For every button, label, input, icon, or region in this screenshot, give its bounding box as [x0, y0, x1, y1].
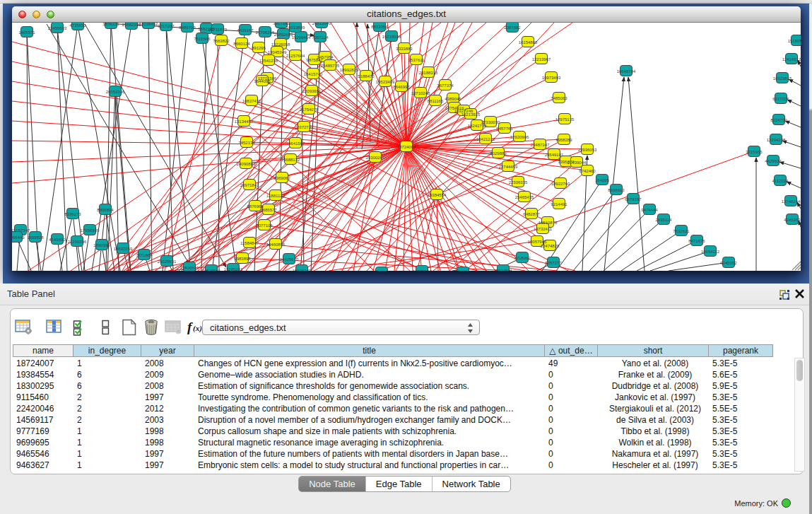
svg-text:1839221: 1839221 — [102, 23, 119, 26]
svg-text:7515546: 7515546 — [194, 37, 211, 41]
svg-text:10710248: 10710248 — [411, 91, 430, 95]
svg-text:21754078: 21754078 — [300, 107, 319, 112]
svg-text:8369062: 8369062 — [273, 176, 290, 180]
svg-text:13226058: 13226058 — [271, 42, 290, 47]
svg-text:3333883: 3333883 — [396, 47, 413, 51]
svg-text:4439167: 4439167 — [237, 28, 254, 33]
svg-text:23936053: 23936053 — [578, 148, 597, 152]
svg-text:22744459: 22744459 — [499, 165, 518, 169]
svg-text:6457765: 6457765 — [496, 127, 513, 131]
svg-text:4389045: 4389045 — [445, 97, 461, 101]
svg-text:19523409: 19523409 — [376, 80, 395, 84]
svg-text:9958289: 9958289 — [555, 138, 572, 142]
svg-text:20053346: 20053346 — [106, 90, 125, 94]
svg-text:13421212: 13421212 — [476, 137, 495, 141]
svg-text:18724007: 18724007 — [397, 145, 416, 149]
svg-text:7485063: 7485063 — [551, 96, 567, 100]
svg-text:15076749: 15076749 — [293, 269, 312, 271]
svg-text:4735650: 4735650 — [69, 23, 86, 28]
svg-text:19688132: 19688132 — [281, 158, 300, 162]
svg-text:24425670: 24425670 — [280, 257, 299, 262]
svg-text:23188315: 23188315 — [419, 71, 438, 75]
svg-text:22806503: 22806503 — [180, 266, 199, 270]
svg-text:15180586: 15180586 — [788, 39, 801, 43]
svg-text:9983893: 9983893 — [234, 257, 251, 261]
svg-text:4245263: 4245263 — [784, 218, 801, 222]
svg-text:24641507: 24641507 — [286, 141, 305, 146]
svg-text:11881122: 11881122 — [266, 194, 285, 198]
svg-text:2087682: 2087682 — [504, 25, 521, 30]
svg-text:19285201: 19285201 — [224, 267, 243, 271]
svg-text:9214491: 9214491 — [551, 202, 567, 206]
svg-text:16072954: 16072954 — [413, 269, 432, 271]
svg-text:4143890: 4143890 — [49, 238, 66, 242]
svg-text:19384554: 19384554 — [428, 193, 447, 197]
svg-text:21257684: 21257684 — [286, 54, 305, 58]
svg-text:5188470: 5188470 — [358, 74, 375, 78]
svg-text:25485735: 25485735 — [321, 64, 340, 68]
svg-text:9474444: 9474444 — [641, 208, 658, 212]
svg-text:22093651: 22093651 — [302, 89, 322, 93]
svg-text:8811165: 8811165 — [428, 99, 444, 103]
svg-text:10323815: 10323815 — [773, 76, 792, 81]
svg-text:8224730: 8224730 — [770, 118, 787, 122]
svg-text:24532561: 24532561 — [202, 269, 221, 271]
svg-text:21200396: 21200396 — [68, 240, 87, 244]
svg-text:8685577: 8685577 — [260, 208, 277, 212]
svg-text:23706266: 23706266 — [256, 30, 275, 35]
svg-text:10334531: 10334531 — [494, 269, 513, 271]
svg-text:12294238: 12294238 — [767, 138, 786, 142]
svg-text:8336273: 8336273 — [64, 212, 81, 216]
svg-text:12416912: 12416912 — [782, 57, 801, 62]
svg-text:13732411: 13732411 — [534, 227, 553, 231]
svg-text:9217207: 9217207 — [158, 24, 175, 28]
svg-text:23971842: 23971842 — [240, 183, 259, 187]
svg-text:3644095: 3644095 — [254, 79, 271, 83]
svg-text:16154808: 16154808 — [519, 40, 538, 45]
svg-text:22474828: 22474828 — [541, 244, 560, 248]
svg-text:18922760: 18922760 — [551, 182, 570, 186]
svg-text:10837430: 10837430 — [242, 99, 261, 103]
svg-text:15157347: 15157347 — [12, 228, 30, 233]
svg-text:12213967: 12213967 — [532, 57, 551, 62]
svg-text:13748244: 13748244 — [782, 199, 801, 204]
svg-text:13045349: 13045349 — [268, 50, 287, 54]
svg-text:10228452: 10228452 — [139, 23, 158, 26]
svg-text:7357224: 7357224 — [312, 35, 329, 40]
svg-text:20813640: 20813640 — [312, 23, 331, 25]
svg-text:25852685: 25852685 — [274, 33, 293, 37]
svg-text:f: f — [187, 320, 193, 334]
svg-text:4112034: 4112034 — [772, 179, 789, 183]
svg-text:3677374: 3677374 — [437, 83, 454, 88]
svg-text:6357277: 6357277 — [545, 261, 562, 265]
svg-text:12541238: 12541238 — [259, 59, 278, 63]
svg-text:164095: 164095 — [595, 178, 610, 182]
svg-text:891295: 891295 — [252, 46, 266, 50]
svg-text:7671884: 7671884 — [136, 253, 153, 257]
svg-text:6482877: 6482877 — [523, 212, 540, 216]
svg-text:16648784: 16648784 — [617, 69, 636, 74]
svg-text:8813054: 8813054 — [371, 25, 388, 29]
svg-text:8029889: 8029889 — [490, 151, 507, 156]
svg-text:1218062: 1218062 — [514, 256, 531, 260]
svg-text:16510878: 16510878 — [539, 221, 558, 225]
svg-text:22306335: 22306335 — [509, 180, 528, 185]
svg-text:25465435: 25465435 — [515, 195, 534, 199]
svg-text:17956909: 17956909 — [81, 228, 100, 233]
svg-text:19218506: 19218506 — [382, 35, 401, 39]
svg-text:6679197: 6679197 — [625, 197, 642, 201]
svg-text:16213925: 16213925 — [461, 112, 481, 117]
svg-text:21439044: 21439044 — [567, 160, 587, 165]
svg-text:13134457: 13134457 — [235, 119, 254, 124]
svg-text:8471676: 8471676 — [688, 239, 705, 243]
svg-text:24549181: 24549181 — [545, 153, 564, 157]
svg-text:25025631: 25025631 — [158, 259, 177, 264]
svg-text:19299464: 19299464 — [292, 35, 311, 40]
svg-text:20372723: 20372723 — [295, 125, 314, 129]
svg-text:14460856: 14460856 — [266, 243, 286, 247]
svg-text:12920906: 12920906 — [510, 135, 529, 139]
svg-text:13241736: 13241736 — [468, 124, 487, 128]
svg-text:8396759: 8396759 — [373, 271, 390, 271]
svg-text:7663822: 7663822 — [213, 39, 230, 43]
svg-text:6217026: 6217026 — [772, 97, 789, 101]
